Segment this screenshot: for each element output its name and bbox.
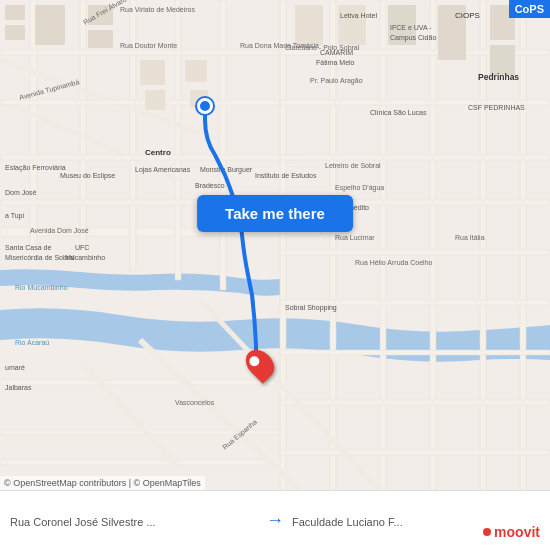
svg-rect-14 — [330, 0, 336, 490]
svg-text:Mucambinho: Mucambinho — [65, 254, 105, 261]
svg-text:umaré: umaré — [5, 364, 25, 371]
svg-rect-25 — [280, 350, 550, 355]
arrow-icon: → — [266, 510, 284, 531]
svg-text:Rua Doutor Monte: Rua Doutor Monte — [120, 42, 177, 49]
svg-text:Santa Casa de: Santa Casa de — [5, 244, 51, 251]
svg-text:Pedrinhas: Pedrinhas — [478, 72, 519, 82]
svg-rect-30 — [0, 460, 280, 465]
cops-badge: CoPS — [509, 0, 550, 18]
moovit-logo: moovit — [483, 524, 540, 540]
svg-text:Espelho D'água: Espelho D'água — [335, 184, 384, 192]
svg-text:Clínica São Lucas: Clínica São Lucas — [370, 109, 427, 116]
svg-rect-23 — [280, 250, 550, 255]
svg-rect-44 — [338, 5, 366, 45]
svg-text:Lojas Americanas: Lojas Americanas — [135, 166, 191, 174]
svg-rect-41 — [185, 60, 207, 82]
svg-text:CIOPS: CIOPS — [455, 11, 480, 20]
svg-rect-43 — [295, 5, 323, 45]
svg-text:Vasconcelos: Vasconcelos — [175, 399, 215, 406]
svg-text:Letreiro de Sobral: Letreiro de Sobral — [325, 162, 381, 169]
origin-marker — [197, 98, 213, 114]
svg-rect-18 — [520, 0, 526, 490]
svg-rect-38 — [88, 30, 113, 48]
svg-text:Letiva Hotel: Letiva Hotel — [340, 12, 377, 19]
moovit-dot-icon — [483, 528, 491, 536]
svg-rect-28 — [0, 380, 280, 385]
svg-text:Claretiano - Polo Sobral: Claretiano - Polo Sobral — [285, 44, 360, 51]
svg-text:Sobral Shopping: Sobral Shopping — [285, 304, 337, 312]
svg-rect-48 — [490, 45, 515, 75]
svg-text:Bradesco: Bradesco — [195, 182, 225, 189]
origin-location-box: Rua Coronel José Silvestre ... — [10, 512, 258, 530]
svg-rect-26 — [280, 400, 550, 405]
svg-text:CSF PEDRINHAS: CSF PEDRINHAS — [468, 104, 525, 111]
svg-rect-35 — [5, 25, 25, 40]
svg-rect-21 — [280, 155, 550, 160]
svg-text:Dom José: Dom José — [5, 189, 37, 196]
svg-text:Rua Viriato de Medeiros: Rua Viriato de Medeiros — [120, 6, 195, 13]
svg-rect-36 — [35, 5, 65, 45]
map-container: CIOPS IFCE e UVA - Campus Cidão Letiva H… — [0, 0, 550, 490]
destination-location-label: Faculdade Luciano F... — [292, 516, 403, 528]
svg-text:Monstro Burguer: Monstro Burguer — [200, 166, 253, 174]
svg-rect-34 — [5, 5, 25, 20]
svg-rect-39 — [140, 60, 165, 85]
svg-text:UFC: UFC — [75, 244, 89, 251]
svg-text:a Tupi: a Tupi — [5, 212, 25, 220]
take-me-there-button[interactable]: Take me there — [197, 195, 353, 232]
svg-text:Jalbaras: Jalbaras — [5, 384, 32, 391]
svg-text:Avenida Dom José: Avenida Dom José — [30, 227, 89, 234]
svg-text:Fátima Melo: Fátima Melo — [316, 59, 355, 66]
map-svg: CIOPS IFCE e UVA - Campus Cidão Letiva H… — [0, 0, 550, 490]
svg-text:Rua Lucimar: Rua Lucimar — [335, 234, 375, 241]
svg-text:Rio Acaraú: Rio Acaraú — [15, 339, 49, 346]
svg-text:Rua Itália: Rua Itália — [455, 234, 485, 241]
svg-rect-4 — [130, 0, 136, 270]
origin-location-label: Rua Coronel José Silvestre ... — [10, 516, 156, 528]
svg-rect-13 — [280, 0, 286, 490]
svg-rect-9 — [0, 50, 320, 55]
svg-text:Museu do Eclipse: Museu do Eclipse — [60, 172, 115, 180]
svg-text:Instituto de Estudos: Instituto de Estudos — [255, 172, 317, 179]
svg-rect-6 — [220, 0, 226, 290]
svg-rect-3 — [80, 0, 86, 260]
svg-text:Rio Mucambinho: Rio Mucambinho — [15, 284, 68, 291]
svg-rect-27 — [280, 450, 550, 455]
svg-text:Pr. Paulo Aragão: Pr. Paulo Aragão — [310, 77, 363, 85]
svg-text:Campus Cidão: Campus Cidão — [390, 34, 436, 42]
svg-rect-16 — [430, 0, 436, 490]
svg-rect-10 — [0, 100, 280, 105]
moovit-text: moovit — [494, 524, 540, 540]
svg-text:IFCE e UVA -: IFCE e UVA - — [390, 24, 432, 31]
svg-text:Centro: Centro — [145, 148, 171, 157]
svg-rect-15 — [380, 0, 386, 490]
map-attribution: © OpenStreetMap contributors | © OpenMap… — [0, 476, 205, 490]
bottom-bar: Rua Coronel José Silvestre ... → Faculda… — [0, 490, 550, 550]
svg-text:Rua Hélio Arruda Coelho: Rua Hélio Arruda Coelho — [355, 259, 433, 266]
svg-rect-40 — [145, 90, 165, 110]
svg-text:Estação Ferroviária: Estação Ferroviária — [5, 164, 66, 172]
